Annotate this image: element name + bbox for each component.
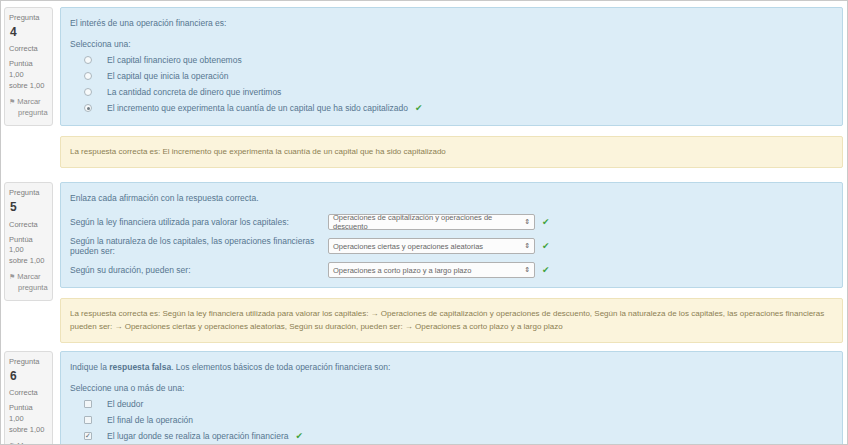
question-grade-line1: Puntúa 1,00 — [9, 235, 48, 257]
question-text: El interés de una operación financiera e… — [70, 18, 833, 28]
match-answer-select[interactable]: Operaciones ciertas y operaciones aleato… — [328, 238, 535, 254]
question-text: Enlaza cada afirmación con la respuesta … — [70, 193, 833, 203]
flag-icon: ⚑ — [9, 273, 15, 280]
question-formulation-6: Indique la respuesta falsa. Los elemento… — [60, 351, 843, 445]
option-label: El capital que inicia la operación — [107, 71, 228, 81]
correct-check-icon: ✔ — [542, 266, 550, 275]
question-state: Correcta — [9, 44, 48, 55]
match-answer-select[interactable]: Operaciones de capitalización y operacio… — [328, 214, 535, 230]
match-label: Según su duración, pueden ser: — [70, 265, 328, 275]
answer-option[interactable]: El deudor — [70, 396, 833, 412]
flag-icon: ⚑ — [9, 98, 15, 105]
correct-check-icon: ✔ — [415, 104, 423, 113]
question-grade-line2: sobre 1,00 — [9, 256, 48, 267]
match-answer-select[interactable]: Operaciones a corto plazo y a largo plaz… — [328, 262, 535, 278]
answer-option[interactable]: El capital que inicia la operación — [70, 68, 833, 84]
question-grade-line2: sobre 1,00 — [9, 425, 48, 436]
checkbox-unchecked-icon[interactable] — [84, 416, 92, 424]
match-label: Según la ley financiera utilizada para v… — [70, 217, 328, 227]
question-block-6: Pregunta 6 Correcta Puntúa 1,00 sobre 1,… — [4, 351, 843, 445]
question-info-6: Pregunta 6 Correcta Puntúa 1,00 sobre 1,… — [4, 351, 53, 445]
question-number: Pregunta 5 — [9, 188, 48, 216]
answer-prompt: Selecciona una: — [70, 39, 833, 49]
match-row: Según la ley financiera utilizada para v… — [70, 214, 833, 230]
select-arrows-icon: ⇕ — [524, 266, 530, 274]
question-number: Pregunta 4 — [9, 13, 48, 41]
option-label: La cantidad concreta de dinero que inver… — [107, 87, 281, 97]
option-label: El incremento que experimenta la cuantía… — [107, 103, 408, 113]
answer-option-checked[interactable]: ✓ El lugar donde se realiza la operación… — [70, 428, 833, 444]
radio-unselected-icon[interactable] — [84, 88, 92, 96]
question-grade-line2: sobre 1,00 — [9, 81, 48, 92]
question-formulation-4: El interés de una operación financiera e… — [60, 7, 843, 126]
question-content-4: El interés de una operación financiera e… — [60, 7, 843, 168]
quiz-review-page: Pregunta 4 Correcta Puntúa 1,00 sobre 1,… — [0, 0, 848, 445]
flag-question-link[interactable]: ⚑Marcar pregunta — [9, 97, 48, 119]
match-row: Según su duración, pueden ser: Operacion… — [70, 262, 833, 278]
checkbox-unchecked-icon[interactable] — [84, 400, 92, 408]
answer-option[interactable]: La cantidad concreta de dinero que inver… — [70, 84, 833, 100]
answer-option[interactable]: El final de la operación — [70, 412, 833, 428]
selected-option-text: Operaciones de capitalización y operacio… — [333, 213, 520, 231]
flag-question-link[interactable]: ⚑Marcar pregunta — [9, 272, 48, 294]
question-text: Indique la respuesta falsa. Los elemento… — [70, 362, 833, 372]
radio-unselected-icon[interactable] — [84, 56, 92, 64]
match-label: Según la naturaleza de los capitales, la… — [70, 236, 328, 256]
question-content-6: Indique la respuesta falsa. Los elemento… — [60, 351, 843, 445]
correct-check-icon: ✔ — [295, 432, 303, 441]
selected-option-text: Operaciones ciertas y operaciones aleato… — [333, 242, 483, 251]
radio-selected-icon[interactable] — [84, 104, 92, 112]
question-number: Pregunta 6 — [9, 357, 48, 385]
question-block-5: Pregunta 5 Correcta Puntúa 1,00 sobre 1,… — [4, 182, 843, 343]
question-grade-line1: Puntúa 1,00 — [9, 403, 48, 425]
selected-option-text: Operaciones a corto plazo y a largo plaz… — [333, 266, 471, 275]
checkbox-checked-icon[interactable]: ✓ — [84, 432, 92, 440]
select-arrows-icon: ⇕ — [524, 218, 530, 226]
radio-unselected-icon[interactable] — [84, 72, 92, 80]
flag-question-link[interactable]: ⚑Marcar pregunta — [9, 441, 48, 445]
question-state: Correcta — [9, 220, 48, 231]
select-arrows-icon: ⇕ — [524, 242, 530, 250]
question-grade-line1: Puntúa 1,00 — [9, 59, 48, 81]
correct-check-icon: ✔ — [542, 218, 550, 227]
option-label: El final de la operación — [107, 415, 193, 425]
match-row: Según la naturaleza de los capitales, la… — [70, 236, 833, 256]
question-info-5: Pregunta 5 Correcta Puntúa 1,00 sobre 1,… — [4, 182, 53, 301]
right-answer-feedback: La respuesta correcta es: Según la ley f… — [60, 298, 843, 343]
correct-check-icon: ✔ — [542, 242, 550, 251]
answer-option-selected[interactable]: El incremento que experimenta la cuantía… — [70, 100, 833, 116]
question-block-4: Pregunta 4 Correcta Puntúa 1,00 sobre 1,… — [4, 7, 843, 168]
option-label: El lugar donde se realiza la operación f… — [107, 431, 288, 441]
question-state: Correcta — [9, 388, 48, 399]
question-content-5: Enlaza cada afirmación con la respuesta … — [60, 182, 843, 343]
option-label: El deudor — [107, 399, 143, 409]
question-info-4: Pregunta 4 Correcta Puntúa 1,00 sobre 1,… — [4, 7, 53, 126]
answer-option[interactable]: El capital financiero que obtenemos — [70, 52, 833, 68]
right-answer-feedback: La respuesta correcta es: El incremento … — [60, 136, 843, 168]
answer-prompt: Seleccione una o más de una: — [70, 383, 833, 393]
option-label: El capital financiero que obtenemos — [107, 55, 242, 65]
question-formulation-5: Enlaza cada afirmación con la respuesta … — [60, 182, 843, 288]
